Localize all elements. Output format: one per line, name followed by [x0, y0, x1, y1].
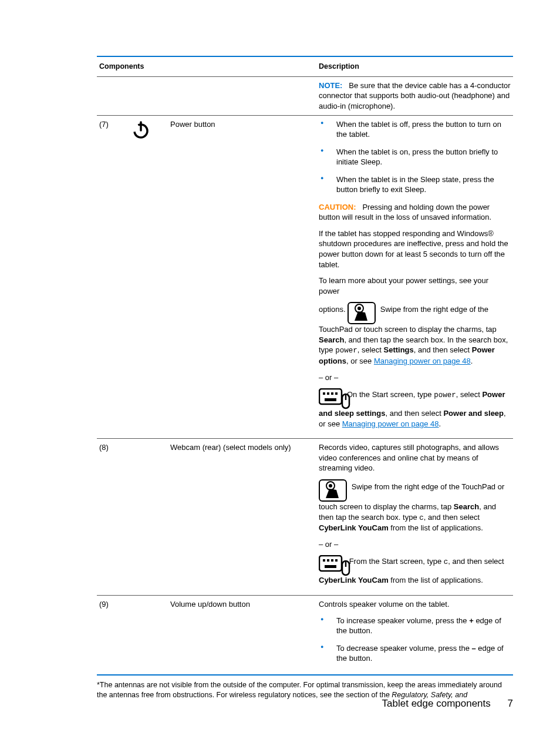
row7-bullet-3: When the tablet is in the Sleep state, p…	[319, 174, 511, 195]
svg-rect-9	[325, 398, 336, 401]
svg-rect-13	[319, 556, 342, 571]
svg-rect-8	[335, 392, 338, 395]
link-managing-power-2[interactable]: Managing power on page 48	[342, 419, 439, 428]
row-8: (8) Webcam (rear) (select models only) R…	[97, 439, 513, 595]
svg-rect-15	[327, 559, 329, 562]
keyboard-mouse-icon	[319, 555, 345, 575]
caution-label: CAUTION:	[319, 203, 356, 211]
row7-bullet-1: When the tablet is off, press the button…	[319, 119, 511, 140]
svg-point-12	[329, 484, 332, 488]
row7-p2b: options.	[319, 305, 346, 314]
row8-or: – or –	[319, 539, 511, 550]
row8-p1: Records video, captures still photograph…	[319, 442, 511, 473]
row-note: NOTE: Be sure that the device cable has …	[97, 77, 513, 115]
swipe-touch-icon	[319, 479, 347, 502]
svg-rect-18	[325, 565, 336, 568]
row7-bullet-2: When the tablet is on, press the button …	[319, 147, 511, 167]
footer-title: Tablet edge components	[382, 698, 491, 709]
row7-component: Power button	[168, 116, 316, 439]
svg-rect-7	[331, 392, 333, 395]
row-7: (7) Power button When the tablet is off,…	[97, 116, 513, 439]
keyboard-mouse-icon	[319, 388, 345, 408]
row7-num: (7)	[97, 116, 128, 439]
row7-p1: If the tablet has stopped responding and…	[319, 228, 511, 270]
svg-rect-16	[331, 559, 333, 562]
header-description: Description	[316, 57, 513, 76]
swipe-touch-icon	[348, 302, 376, 324]
power-icon	[130, 133, 151, 142]
note-label: NOTE:	[319, 81, 342, 90]
header-components: Components	[97, 57, 316, 76]
row8-component: Webcam (rear) (select models only)	[168, 439, 316, 595]
row-9: (9) Volume up/down button Controls speak…	[97, 596, 513, 674]
page-number: 7	[508, 698, 513, 709]
row9-bullet-2: To decrease speaker volume, press the – …	[319, 643, 511, 664]
link-managing-power-1[interactable]: Managing power on page 48	[374, 357, 471, 365]
svg-rect-17	[335, 559, 338, 562]
row8-num: (8)	[97, 439, 128, 595]
note-text: Be sure that the device cable has a 4-co…	[319, 81, 511, 110]
svg-rect-14	[323, 559, 325, 562]
svg-rect-4	[319, 389, 342, 404]
svg-rect-6	[327, 392, 329, 395]
row9-num: (9)	[97, 596, 128, 674]
page-footer: Tablet edge components 7	[382, 697, 513, 711]
row7-or: – or –	[319, 372, 511, 383]
svg-rect-5	[323, 392, 325, 395]
row7-p2a: To learn more about your power settings,…	[319, 275, 511, 296]
row9-bullet-1: To increase speaker volume, press the + …	[319, 616, 511, 636]
row9-component: Volume up/down button	[168, 596, 316, 674]
row9-p1: Controls speaker volume on the tablet.	[319, 599, 511, 610]
svg-point-3	[357, 307, 361, 310]
row7-p2c: Swipe from the right edge of the	[380, 305, 488, 314]
components-table: Components Description NOTE: Be sure tha…	[97, 56, 513, 676]
row8-p2: Swipe from the right edge of the TouchPa…	[352, 482, 505, 491]
